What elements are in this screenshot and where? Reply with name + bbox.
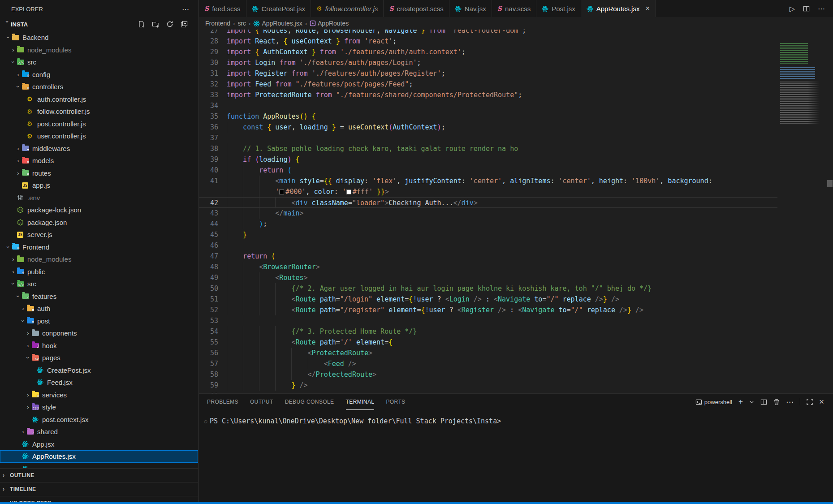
code-line-50: 50{/* 2. Agar user logged in hai aur log… <box>199 283 777 294</box>
line-number: 45 <box>199 229 227 240</box>
chevron-down-icon: › <box>15 83 22 90</box>
kill-terminal-button[interactable] <box>773 399 780 405</box>
tree-item-follow.controller.js[interactable]: ⚙follow.controller.js <box>0 105 198 118</box>
tree-item-shared[interactable]: ›↗shared <box>0 426 198 438</box>
js-file-icon: JS <box>17 232 23 238</box>
tree-item-backend[interactable]: ›Backend <box>0 31 198 44</box>
tree-item-app.jsx[interactable]: App.jsx <box>0 438 198 451</box>
split-terminal-button[interactable] <box>760 399 767 405</box>
tree-item-services[interactable]: ›⚙services <box>0 389 198 401</box>
breadcrumb-item[interactable]: AppRoutes.jsx <box>253 20 302 27</box>
tab-nav.jsx[interactable]: Nav.jsx <box>449 0 492 17</box>
panel-tab-terminal[interactable]: TERMINAL <box>346 394 375 410</box>
panel-tab-output[interactable]: OUTPUT <box>250 394 273 410</box>
shell-label: powershell <box>704 399 732 405</box>
split-editor-button[interactable] <box>803 5 810 12</box>
tree-item-middlewares[interactable]: ›◆middlewares <box>0 142 198 155</box>
tab-createpost.scss[interactable]: Screatepost.scss <box>384 0 449 17</box>
tree-item-pages[interactable]: ›<>pages <box>0 352 198 364</box>
tree-item-app.js[interactable]: JSapp.js <box>0 179 198 192</box>
chevron-down-icon: › <box>5 34 12 41</box>
panel-tab-debug-console[interactable]: DEBUG CONSOLE <box>285 394 334 410</box>
tree-item-auth.controller.js[interactable]: ⚙auth.controller.js <box>0 93 198 106</box>
tree-item-hook[interactable]: ›Jhook <box>0 340 198 352</box>
tab-label: follow.controller.js <box>325 5 378 13</box>
code-line-wrap: '#000', color: '#fff' }}> <box>199 186 777 197</box>
explorer-more-actions-icon[interactable]: ⋯ <box>179 5 192 13</box>
tree-item-features[interactable]: ›✓features <box>0 290 198 303</box>
new-terminal-button[interactable]: + <box>738 397 743 406</box>
line-number: 54 <box>199 326 227 337</box>
tree-item-post.context.jsx[interactable]: post.context.jsx <box>0 414 198 426</box>
tree-item-routes[interactable]: ›⇄routes <box>0 167 198 180</box>
minimap[interactable] <box>777 30 827 393</box>
tree-item-server.js[interactable]: JSserver.js <box>0 228 198 241</box>
section-timeline[interactable]: ›TIMELINE <box>0 482 198 496</box>
panel-tab-ports[interactable]: PORTS <box>386 394 405 410</box>
tab-follow.controller.js[interactable]: ⚙follow.controller.js <box>311 0 384 17</box>
editor-scrollbar[interactable] <box>827 30 833 393</box>
tree-item-label: .env <box>26 194 40 202</box>
breadcrumb-item[interactable]: AppRoutes <box>310 20 349 27</box>
line-number: 47 <box>199 251 227 262</box>
tree-item--[interactable]: … <box>0 463 198 469</box>
tree-item-config[interactable]: ›⚙config <box>0 69 198 81</box>
breadcrumb-item[interactable]: Frontend <box>205 20 230 27</box>
new-folder-button[interactable] <box>151 20 160 28</box>
chevron-down-icon: › <box>4 21 11 28</box>
tab-feed.scss[interactable]: Sfeed.scss <box>199 0 246 17</box>
more-actions-button[interactable]: ⋯ <box>786 397 794 407</box>
refresh-button[interactable] <box>166 20 174 28</box>
terminal-prompt-line[interactable]: ○ PS C:\Users\kunal\OneDrive\Desktop\New… <box>202 417 833 425</box>
tree-item-post[interactable]: ›≡post <box>0 315 198 327</box>
tree-item-label: post <box>36 317 50 325</box>
tab-approutes.jsx[interactable]: AppRoutes.jsx× <box>581 0 656 17</box>
close-icon[interactable]: × <box>645 4 649 13</box>
line-number: 34 <box>199 100 227 111</box>
tree-item-public[interactable]: ›⊕public <box>0 266 198 278</box>
tree-item-label: node_modules <box>26 255 71 263</box>
tree-item-package.json[interactable]: JSpackage.json <box>0 216 198 229</box>
node-json-icon: JS <box>17 207 24 213</box>
scss-icon: S <box>204 5 209 12</box>
tree-item-package-lock.json[interactable]: JSpackage-lock.json <box>0 204 198 216</box>
chevron-right-icon: › <box>24 330 32 336</box>
tree-item-feed.jsx[interactable]: Feed.jsx <box>0 376 198 389</box>
tree-item-.env[interactable]: .env <box>0 192 198 204</box>
scrollbar-thumb[interactable] <box>827 180 833 187</box>
tab-nav.scss[interactable]: Snav.scss <box>492 0 536 17</box>
tree-item-post.controller.js[interactable]: ⚙post.controller.js <box>0 118 198 130</box>
project-root-row[interactable]: › INSTA <box>0 18 198 30</box>
new-file-button[interactable] <box>137 20 145 28</box>
tree-item-conponents[interactable]: ›conponents <box>0 327 198 340</box>
panel-tab-problems[interactable]: PROBLEMS <box>207 394 238 410</box>
line-number: 50 <box>199 283 227 294</box>
tree-item-createpost.jsx[interactable]: CreatePost.jsx <box>0 364 198 377</box>
shell-dropdown-button[interactable] <box>749 400 754 405</box>
tree-item-node-modules[interactable]: ›node_modules <box>0 44 198 56</box>
tree-item-user.controller.js[interactable]: ⚙user.controller.js <box>0 130 198 142</box>
tree-item-auth[interactable]: ›●auth <box>0 302 198 315</box>
collapse-all-button[interactable] <box>180 20 188 28</box>
scss-icon: S <box>389 5 393 12</box>
tab-createpost.jsx[interactable]: CreatePost.jsx <box>246 0 311 17</box>
tree-item-frontend[interactable]: ›▭Frontend <box>0 241 198 254</box>
more-actions-button[interactable]: ⋯ <box>818 4 825 13</box>
run-button[interactable]: ▷ <box>790 4 795 13</box>
tree-item-models[interactable]: ›≡models <box>0 155 198 167</box>
tree-item-style[interactable]: ›cssstyle <box>0 401 198 414</box>
breadcrumb-separator-icon: › <box>248 20 251 27</box>
shell-selector[interactable]: powershell <box>695 399 732 405</box>
tree-item-approutes.jsx[interactable]: AppRoutes.jsx <box>0 450 198 463</box>
tree-item-node-modules[interactable]: ›node_modules <box>0 253 198 266</box>
tree-item-src[interactable]: ›</>src <box>0 278 198 290</box>
maximize-panel-button[interactable] <box>807 399 813 405</box>
tab-post.jsx[interactable]: Post.jsx <box>536 0 581 17</box>
section-outline[interactable]: ›OUTLINE <box>0 468 198 482</box>
tree-item-src[interactable]: ›</>src <box>0 56 198 69</box>
tree-item-controllers[interactable]: ›⚙controllers <box>0 81 198 93</box>
breadcrumb-item[interactable]: src <box>237 20 246 27</box>
close-panel-button[interactable]: × <box>819 397 824 407</box>
chevron-right-icon: › <box>3 472 10 478</box>
code-editor[interactable]: 27import { Routes, Route, BrowserRouter,… <box>199 30 833 393</box>
